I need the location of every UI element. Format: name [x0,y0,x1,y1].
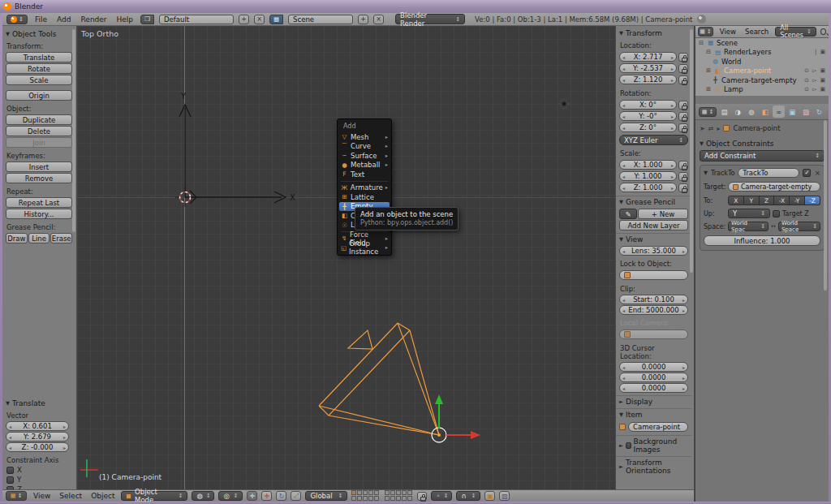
delete-constraint-icon[interactable]: × [814,169,820,177]
history-button[interactable]: History... [6,209,72,219]
3d-viewport[interactable]: Y X [77,26,615,489]
outliner-scope-select[interactable]: All Scenes ↕ [775,27,816,37]
layer-cell[interactable] [390,490,395,495]
vector-x-field[interactable]: X: 0.601 [6,421,69,431]
lock-to-object-field[interactable] [619,270,688,280]
constraint-name-field[interactable]: TrackTo [738,168,799,178]
scale-z-field[interactable]: Z: 1.000 [619,183,677,192]
add-scene-button[interactable]: + [358,15,368,24]
rotation-mode-select[interactable]: XYZ Euler ↕ [619,135,688,145]
layer-cell[interactable] [363,496,368,501]
outliner-row-renderlayers[interactable]: ⊟ ▤ RenderLayers |▣ [695,48,829,58]
tab-object[interactable]: ◧ [759,106,771,118]
duplicate-button[interactable]: Duplicate [6,114,72,125]
tab-object-data[interactable]: ▣ [786,106,799,118]
editor-type-button[interactable]: ▦ ↕ [699,107,717,117]
grease-new-button[interactable]: + New [638,209,688,219]
rotate-button[interactable]: Rotate [6,63,72,74]
add-menu-item-curve[interactable]: ⌒Curve▸ [338,142,391,152]
selectability-icon[interactable]: ▻ [812,67,816,74]
grease-draw-button[interactable]: Draw [6,233,28,243]
axis-neg-x-button[interactable]: -X [774,196,790,205]
outliner-menu-view[interactable]: View [717,28,738,36]
viewport-shading-select[interactable]: ◍ ↕ [192,491,214,501]
add-menu-item-group-instance[interactable]: ◱Group Instance▸ [338,243,391,253]
layer-cell[interactable] [357,490,362,495]
snap-select[interactable]: ∩ ↕ [456,491,480,501]
renderability-icon[interactable]: ▣ [820,86,825,93]
object-tools-panel-header[interactable]: ▼ Object Tools [6,30,72,38]
context-arrows-icon[interactable]: ⇄ [708,125,714,132]
translate-button[interactable]: Translate [6,52,72,62]
layer-cell[interactable] [396,496,401,501]
location-x-field[interactable]: X: 2.717 [619,52,677,62]
lock-icon[interactable] [678,172,688,181]
manipulator-rotate-button[interactable]: ↻ [276,491,286,501]
layer-cell[interactable] [374,496,379,501]
layer-cell[interactable] [407,490,412,495]
render-opengl-anim-button[interactable]: ▨ [499,491,510,501]
scale-y-field[interactable]: Y: 1.000 [619,171,677,181]
background-images-panel-header[interactable]: ► Background Images [619,437,688,454]
constraint-x-checkbox[interactable] [6,467,14,474]
selectability-icon[interactable]: ▻ [812,77,816,84]
remove-keyframe-button[interactable]: Remove [6,173,72,183]
target-z-checkbox[interactable] [773,210,780,218]
view-panel-header[interactable]: ▼ View [619,235,688,243]
mode-select[interactable]: Object Mode ↕ [121,491,187,501]
camera-object-wireframe[interactable] [319,323,439,435]
axis-z-button[interactable]: Z [760,196,775,205]
layer-cell[interactable] [390,496,395,501]
layer-cell[interactable] [351,496,356,501]
lock-icon[interactable] [678,112,688,121]
render-icon[interactable]: ▣ [820,49,825,55]
rotation-z-field[interactable]: Z: 0° [619,123,677,132]
editor-type-button[interactable]: ▦ ↕ [698,27,713,37]
lock-icon[interactable] [678,64,688,73]
cursor-z-field[interactable]: 0.0000 [619,383,688,393]
layer-cell[interactable] [385,496,390,501]
layers-widget[interactable] [351,490,413,502]
grease-pencil-panel-header[interactable]: ▼ Grease Pencil [619,198,688,206]
empty-axes-object[interactable] [179,105,286,204]
vector-y-field[interactable]: Y: 2.679 [6,432,69,442]
tab-constraints[interactable]: ∞ [773,106,785,118]
display-panel-header[interactable]: ► Display [619,398,688,406]
scene-field[interactable]: Scene [288,15,353,24]
renderability-icon[interactable]: ▣ [820,67,825,74]
lock-icon[interactable] [678,161,688,170]
editor-type-button[interactable]: ↕ [6,15,28,24]
visibility-eye-icon[interactable]: ⊙ [804,86,809,93]
layer-cell[interactable] [402,490,407,495]
layer-cell[interactable] [363,490,368,495]
n-panel-scrollbar[interactable] [690,29,693,273]
item-name-field[interactable]: Camera-point [628,422,688,432]
insert-keyframe-button[interactable]: Insert [6,162,72,172]
menu-file[interactable]: File [32,15,50,24]
tab-physics[interactable]: ↻ [813,106,825,118]
layer-cell[interactable] [368,490,373,495]
add-menu-item-surface[interactable]: ∽Surface▸ [338,151,391,161]
add-layout-button[interactable]: + [239,15,249,24]
tab-scene[interactable]: ◑ [732,106,744,118]
expander-icon[interactable]: ⊞ [705,86,712,93]
transform-manipulator[interactable] [432,394,480,442]
manipulator-toggle-button[interactable]: ✛ [247,491,257,501]
grease-erase-button[interactable]: Erase [50,233,72,243]
layer-cell[interactable] [407,496,412,501]
pin-icon[interactable]: ➤ [700,125,705,132]
owner-space-select[interactable]: World Spac ↕ [728,222,769,231]
scale-button[interactable]: Scale [6,75,72,85]
visibility-eye-icon[interactable]: ⊙ [804,77,809,84]
menu-object[interactable]: Object [88,492,117,500]
constraint-enable-checkbox[interactable]: ✓ [803,169,811,177]
editor-type-button[interactable]: ▦ ↕ [6,491,27,501]
axis-neg-z-button[interactable]: -Z [805,196,820,205]
axis-y-button[interactable]: Y [744,196,760,205]
axis-neg-y-button[interactable]: -Y [790,196,805,205]
proportional-edit-select[interactable]: ◦ ↕ [431,491,452,501]
outliner-menu-search[interactable]: Search [743,28,771,36]
transform-panel-header[interactable]: ▼ Transform [619,29,688,37]
panel-open-icon[interactable]: ▼ [704,170,708,176]
cursor-x-field[interactable]: 0.0000 [619,362,688,372]
